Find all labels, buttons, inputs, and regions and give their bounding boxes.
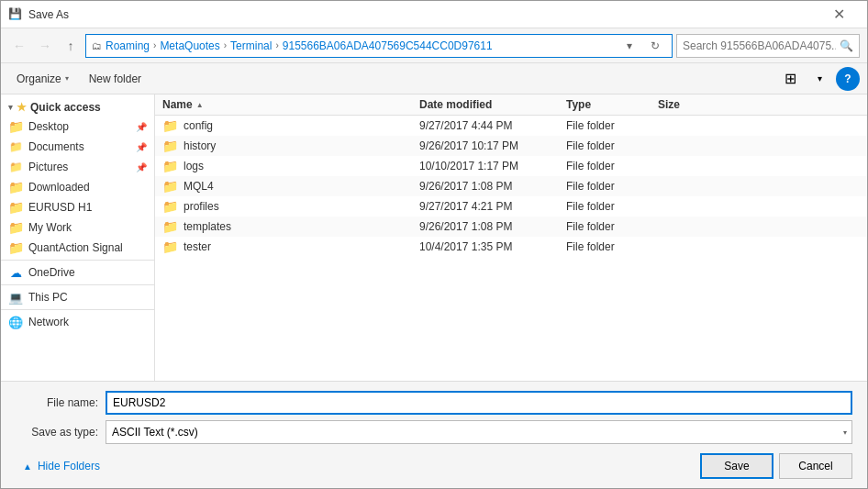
file-type-cell: File folder (566, 139, 658, 152)
organize-button[interactable]: Organize ▾ (8, 67, 77, 91)
col-name-header[interactable]: Name ▲ (162, 98, 419, 111)
back-button[interactable]: ← (8, 35, 30, 57)
title-bar: 💾 Save As ✕ (1, 1, 867, 28)
filename-label: File name: (16, 396, 98, 409)
view-dropdown-button[interactable]: ▾ (807, 67, 832, 91)
sidebar-item-documents[interactable]: 📁 Documents 📌 (1, 137, 154, 157)
file-name-cell: 📁 history (162, 139, 419, 153)
folder-icon: 📁 (8, 160, 23, 174)
crumb-terminal[interactable]: Terminal (230, 39, 272, 52)
folder-icon: 📁 (162, 219, 178, 234)
help-button[interactable]: ? (836, 67, 860, 91)
quick-access-header[interactable]: ▾ ★ Quick access (1, 98, 154, 117)
file-name-text: history (184, 139, 216, 152)
file-name-text: templates (184, 220, 231, 233)
file-name-text: profiles (184, 200, 219, 213)
savetype-label: Save as type: (16, 426, 98, 439)
window-icon: 💾 (8, 7, 23, 22)
table-row[interactable]: 📁 MQL4 9/26/2017 1:08 PM File folder (155, 176, 867, 196)
sidebar-item-label: Documents (28, 140, 84, 153)
search-input[interactable] (683, 39, 836, 52)
file-list-header: Name ▲ Date modified Type Size (155, 94, 867, 116)
pc-icon: 💻 (8, 290, 23, 305)
table-row[interactable]: 📁 tester 10/4/2017 1:35 PM File folder (155, 237, 867, 257)
file-name-cell: 📁 config (162, 118, 419, 133)
folder-icon: 📁 (162, 118, 178, 133)
crumb-metaquotes[interactable]: MetaQuotes (160, 39, 219, 52)
sidebar-item-downloaded[interactable]: 📁 Downloaded (1, 177, 154, 197)
star-icon: ★ (17, 101, 27, 114)
file-type-cell: File folder (566, 180, 658, 193)
folder-icon: 📁 (162, 179, 178, 194)
organize-label: Organize (17, 72, 61, 85)
sidebar-item-label: QuantAction Signal (28, 241, 123, 254)
folder-icon: 📁 (8, 220, 23, 235)
sidebar-item-label: My Work (28, 221, 72, 234)
search-box[interactable]: 🔍 (676, 34, 860, 58)
sidebar-item-label: Pictures (28, 161, 68, 173)
pin-icon: 📌 (136, 122, 147, 132)
view-toggle-button[interactable]: ⊞ (777, 67, 803, 91)
file-date-cell: 9/26/2017 1:08 PM (419, 220, 566, 233)
collapse-icon: ▲ (23, 461, 32, 472)
crumb-folder[interactable]: 915566BA06ADA407569C544CC0D97611 (283, 39, 493, 52)
filename-input[interactable] (106, 391, 852, 415)
dropdown-arrow[interactable]: ▾ (618, 35, 640, 57)
folder-icon: 📁 (162, 139, 178, 153)
pin-icon: 📌 (136, 162, 147, 172)
folder-icon: 📁 (8, 240, 23, 255)
up-button[interactable]: ↑ (60, 35, 82, 57)
sidebar-item-label: Network (28, 316, 69, 328)
sidebar-item-label: This PC (28, 291, 68, 304)
sidebar-item-eurusd[interactable]: 📁 EURUSD H1 (1, 197, 154, 217)
search-icon: 🔍 (840, 39, 853, 52)
file-date-cell: 9/27/2017 4:44 PM (419, 119, 566, 132)
save-button[interactable]: Save (700, 453, 773, 479)
address-icon: 🗂 (92, 40, 102, 51)
file-date-cell: 9/27/2017 4:21 PM (419, 200, 566, 213)
sidebar-item-onedrive[interactable]: ☁ OneDrive (1, 262, 154, 283)
sidebar-item-label: EURUSD H1 (28, 201, 92, 214)
collapse-icon: ▾ (8, 103, 13, 112)
table-row[interactable]: 📁 config 9/27/2017 4:44 PM File folder (155, 116, 867, 136)
cancel-button[interactable]: Cancel (779, 453, 852, 479)
hide-folders-button[interactable]: ▲ Hide Folders (16, 456, 107, 476)
new-folder-button[interactable]: New folder (81, 67, 150, 91)
file-name-cell: 📁 logs (162, 159, 419, 173)
sidebar-item-label: Downloaded (28, 181, 90, 194)
table-row[interactable]: 📁 history 9/26/2017 10:17 PM File folder (155, 136, 867, 156)
save-as-dialog: 💾 Save As ✕ ← → ↑ 🗂 Roaming › MetaQuotes… (0, 0, 868, 489)
folder-icon: 📁 (162, 199, 178, 214)
pin-icon: 📌 (136, 142, 147, 152)
col-type-header[interactable]: Type (566, 98, 658, 111)
file-type-cell: File folder (566, 220, 658, 233)
table-row[interactable]: 📁 templates 9/26/2017 1:08 PM File folde… (155, 217, 867, 237)
file-name-text: config (184, 119, 213, 132)
table-row[interactable]: 📁 logs 10/10/2017 1:17 PM File folder (155, 156, 867, 176)
file-list: Name ▲ Date modified Type Size 📁 config … (155, 94, 867, 381)
sidebar-item-label: Desktop (28, 120, 69, 133)
savetype-wrapper: ASCII Text (*.csv) ▾ (106, 420, 852, 444)
folder-icon: 📁 (8, 139, 23, 154)
close-button[interactable]: ✕ (818, 1, 860, 28)
table-row[interactable]: 📁 profiles 9/27/2017 4:21 PM File folder (155, 196, 867, 217)
file-type-cell: File folder (566, 160, 658, 172)
col-date-header[interactable]: Date modified (419, 98, 566, 111)
savetype-select[interactable]: ASCII Text (*.csv) (106, 420, 852, 444)
forward-button[interactable]: → (34, 35, 56, 57)
crumb-roaming[interactable]: Roaming (106, 39, 150, 52)
quick-access-label: Quick access (30, 101, 101, 114)
main-area: ▾ ★ Quick access 📁 Desktop 📌 📁 Documents… (1, 94, 867, 381)
col-size-header[interactable]: Size (658, 98, 731, 111)
sidebar-item-mywork[interactable]: 📁 My Work (1, 217, 154, 238)
sidebar-divider2 (1, 284, 154, 285)
sidebar-item-desktop[interactable]: 📁 Desktop 📌 (1, 117, 154, 137)
refresh-button[interactable]: ↻ (644, 35, 666, 57)
sidebar-item-pictures[interactable]: 📁 Pictures 📌 (1, 157, 154, 177)
cancel-label: Cancel (798, 460, 832, 472)
sidebar-item-network[interactable]: 🌐 Network (1, 312, 154, 332)
sidebar-item-quantaction[interactable]: 📁 QuantAction Signal (1, 238, 154, 258)
new-folder-label: New folder (89, 72, 141, 85)
address-bar[interactable]: 🗂 Roaming › MetaQuotes › Terminal › 9155… (85, 34, 673, 58)
sidebar-item-thispc[interactable]: 💻 This PC (1, 287, 154, 307)
